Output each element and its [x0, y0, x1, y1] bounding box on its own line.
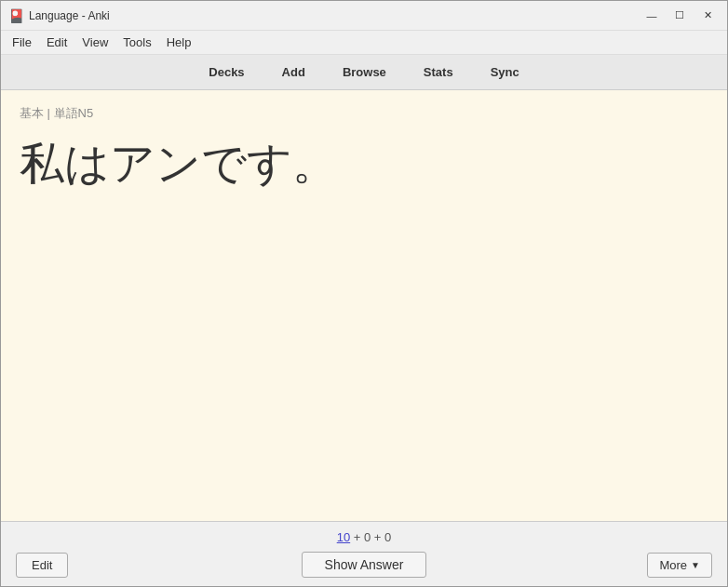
menu-help[interactable]: Help — [159, 33, 199, 51]
maximize-button[interactable]: ☐ — [667, 7, 692, 25]
menu-tools[interactable]: Tools — [115, 33, 158, 51]
count-learning[interactable]: 10 — [337, 530, 350, 544]
count-separator-2: + — [371, 530, 384, 544]
footer: 10 + 0 + 0 Edit Show Answer More ▼ — [1, 521, 727, 586]
card-counts: 10 + 0 + 0 — [337, 530, 392, 544]
main-content: 基本 | 単語N5 私はアンです。 — [1, 90, 727, 521]
menu-file[interactable]: File — [5, 33, 39, 51]
nav-browse[interactable]: Browse — [335, 61, 394, 83]
menu-bar: File Edit View Tools Help — [1, 31, 727, 55]
more-label: More — [659, 558, 687, 572]
app-title: Language - Anki — [29, 9, 110, 22]
edit-button[interactable]: Edit — [16, 553, 68, 578]
show-answer-button[interactable]: Show Answer — [302, 552, 427, 578]
count-separator-1: + — [350, 530, 364, 544]
dropdown-arrow-icon: ▼ — [691, 560, 700, 570]
close-button[interactable]: ✕ — [695, 7, 720, 25]
app-window: 🎴 Language - Anki — ☐ ✕ File Edit View T… — [0, 0, 728, 587]
app-icon: 🎴 — [8, 8, 23, 23]
card-question: 私はアンです。 — [20, 137, 708, 191]
footer-buttons: Edit Show Answer More ▼ — [1, 552, 727, 578]
title-bar: 🎴 Language - Anki — ☐ ✕ — [1, 1, 727, 31]
nav-stats[interactable]: Stats — [416, 61, 461, 83]
deck-label: 基本 | 単語N5 — [20, 105, 708, 122]
nav-decks[interactable]: Decks — [201, 61, 251, 83]
title-bar-controls: — ☐ ✕ — [640, 7, 720, 25]
nav-sync[interactable]: Sync — [483, 61, 527, 83]
menu-view[interactable]: View — [74, 33, 115, 51]
nav-add[interactable]: Add — [275, 61, 313, 83]
minimize-button[interactable]: — — [640, 7, 664, 25]
more-button[interactable]: More ▼ — [647, 553, 712, 578]
menu-edit[interactable]: Edit — [39, 33, 74, 51]
nav-toolbar: Decks Add Browse Stats Sync — [1, 55, 727, 90]
title-bar-left: 🎴 Language - Anki — [8, 8, 110, 23]
count-new: 0 — [384, 530, 391, 544]
